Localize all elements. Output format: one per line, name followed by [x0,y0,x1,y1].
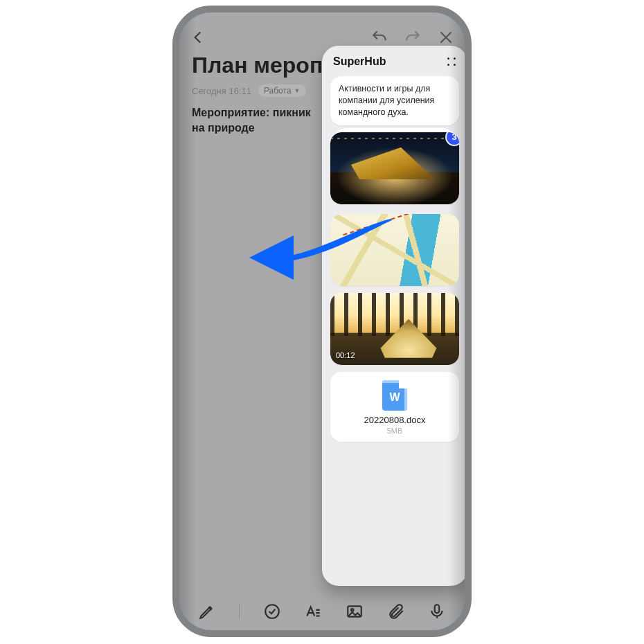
hub-item-video[interactable]: 00:12 [330,293,459,365]
mic-icon[interactable] [428,602,446,620]
superhub-header: SuperHub [330,55,459,68]
chevron-down-icon: ▼ [294,87,301,94]
file-size: 5MB [336,427,454,435]
note-timestamp: Сегодня 16:11 [192,86,251,96]
hub-item-map[interactable] [330,214,459,286]
note-body[interactable]: Мероприятие: пикник на природе [192,105,319,135]
screen: План меропр Сегодня 16:11 Работа ▼ Мероп… [179,12,465,630]
category-chip[interactable]: Работа ▼ [258,84,306,97]
category-label: Работа [264,86,292,96]
hub-item-text[interactable]: Активности и игры для компании для усиле… [330,76,459,125]
pen-icon[interactable] [198,602,216,620]
word-file-icon [382,380,407,411]
hub-text-content: Активности и игры для компании для усиле… [339,84,434,117]
hub-image-night [330,132,459,204]
drag-handle-icon[interactable] [447,57,456,66]
text-style-icon[interactable] [304,602,322,620]
redo-icon[interactable] [404,28,422,46]
hub-item-file[interactable]: 20220808.docx 5MB [330,372,459,442]
file-name: 20220808.docx [336,415,454,425]
note-meta: Сегодня 16:11 Работа ▼ [192,84,306,97]
video-duration: 00:12 [336,351,355,359]
check-circle-icon[interactable] [263,602,281,620]
toolbar-separator [239,604,240,619]
hub-map-scene [330,214,459,286]
attach-icon[interactable] [387,602,405,620]
map-route-line [343,214,433,267]
svg-point-2 [351,609,353,611]
image-icon[interactable] [346,602,364,620]
close-icon[interactable] [437,28,455,46]
superhub-panel[interactable]: SuperHub Активности и игры для компании … [322,46,467,586]
bottom-toolbar [179,602,465,620]
undo-icon[interactable] [370,28,388,46]
phone-frame: План меропр Сегодня 16:11 Работа ▼ Мероп… [172,6,472,637]
svg-rect-3 [435,605,440,613]
hub-item-image-stack[interactable]: 3 [330,132,459,204]
back-icon[interactable] [189,28,207,46]
superhub-title: SuperHub [333,55,386,68]
svg-point-0 [265,605,279,618]
